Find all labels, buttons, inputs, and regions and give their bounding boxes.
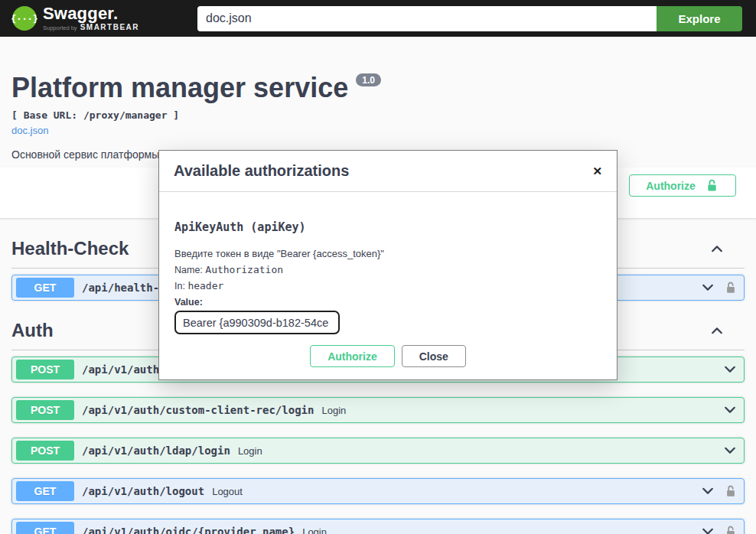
chevron-down-icon [700,484,715,499]
operation-row[interactable]: POST /api/v1/auth/custom-client-rec/logi… [11,397,745,423]
auth-lock-button[interactable] [724,281,738,295]
version-badge: 1.0 [356,73,381,86]
operation-path: /api/v1/auth/oidc/{provider_name} [82,526,295,534]
chevron-down-icon [700,524,715,534]
modal-authorize-button[interactable]: Authorize [310,345,395,367]
auth-in-row: In: header [174,280,601,291]
swagger-logo[interactable]: {···} Swagger. Supported by SMARTBEAR [11,5,139,31]
section-title: Health-Check [11,237,129,260]
auth-lock-button[interactable] [724,484,738,498]
method-badge: POST [16,441,74,461]
chevron-down-icon [722,362,738,377]
modal-close-button[interactable]: Close [402,345,466,367]
method-badge: POST [16,400,74,420]
auth-scheme-name: ApiKeyAuth (apiKey) [174,220,601,234]
chevron-up-icon[interactable] [709,323,725,338]
operation-path: /api/health-c [82,282,166,294]
operation-row[interactable]: GET /api/v1/auth/oidc/{provider_name} Lo… [11,519,745,534]
method-badge: GET [16,278,74,298]
auth-in-value: header [187,280,223,291]
authorize-button[interactable]: Authorize [629,174,736,197]
chevron-down-icon [722,402,738,418]
info-section: Platform manager service 1.0 [ Base URL:… [0,37,756,168]
modal-header: Available authorizations ✕ [159,151,617,192]
modal-title: Available authorizations [174,162,349,180]
modal-body: ApiKeyAuth (apiKey) Введите токен в виде… [159,220,617,367]
operation-summary: Login [321,405,346,416]
topbar: {···} Swagger. Supported by SMARTBEAR Ex… [0,0,756,37]
method-badge: POST [16,360,74,379]
chevron-up-icon[interactable] [709,241,725,256]
available-authorizations-modal: Available authorizations ✕ ApiKeyAuth (a… [158,150,618,380]
operation-path: /api/v1/auth/ [82,363,166,376]
unlocked-padlock-icon [724,281,738,295]
close-icon[interactable]: ✕ [592,165,602,177]
operation-row[interactable]: POST /api/v1/auth/ldap/login Login [11,438,745,464]
method-badge: GET [16,481,74,501]
value-label: Value: [174,297,601,308]
operation-path: /api/v1/auth/custom-client-rec/login [82,404,314,416]
modal-actions: Authorize Close [174,345,601,367]
brand-name: Swagger. [43,5,139,22]
auth-lock-button[interactable] [724,525,738,534]
operation-path: /api/v1/auth/ldap/login [82,444,230,457]
operation-summary: Login [302,526,327,534]
spec-url-input[interactable] [197,6,657,31]
doc-json-link[interactable]: doc.json [11,125,48,136]
base-url: [ Base URL: /proxy/manager ] [11,109,745,121]
method-badge: GET [16,522,74,534]
section-title: Auth [11,319,54,342]
operation-row[interactable]: GET /api/v1/auth/logout Logout [11,478,745,504]
auth-name-row: Name: Authorization [174,264,601,275]
supported-by: Supported by SMARTBEAR [43,24,139,31]
token-input[interactable] [174,311,340,334]
unlocked-padlock-icon [724,484,738,498]
operation-summary: Login [238,445,262,457]
explore-button[interactable]: Explore [657,6,742,31]
auth-name-value: Authorization [205,264,283,275]
unlocked-padlock-icon [724,525,738,534]
unlocked-padlock-icon [705,178,719,193]
operation-path: /api/v1/auth/logout [82,485,204,497]
download-url-wrapper: Explore [197,6,742,31]
chevron-down-icon [722,443,738,458]
page-title: Platform manager service 1.0 [11,71,745,104]
auth-description: Введите токен в виде "Bearer {access_tok… [174,248,601,259]
swagger-logo-icon: {···} [11,5,37,31]
svg-text:{···}: {···} [11,14,37,24]
chevron-down-icon [700,280,715,295]
operation-summary: Logout [212,486,243,497]
